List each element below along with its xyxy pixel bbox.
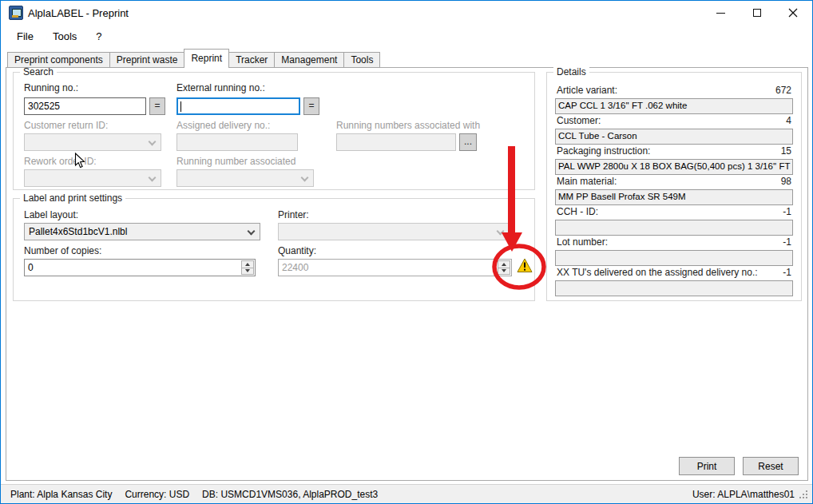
detail-label: Packaging instruction: [557, 145, 650, 159]
chevron-down-icon [497, 228, 505, 236]
detail-field [555, 220, 793, 236]
window-title: AlplaLABEL - Preprint [28, 7, 129, 19]
menu-file[interactable]: File [9, 27, 42, 46]
external-running-no-equals-button[interactable]: = [303, 97, 319, 115]
copies-spin-down-button[interactable] [241, 268, 254, 276]
printer-combobox [278, 223, 510, 240]
details-row-packaging-instruction: Packaging instruction:15 PAL WWP 2800u X… [555, 145, 793, 175]
detail-id: -1 [783, 236, 791, 250]
minimize-button[interactable] [703, 1, 739, 25]
details-row-lot-number: Lot number:-1 [555, 236, 793, 266]
details-row-article-variant: Article variant:672 CAP CCL 1 3/16'' FT … [555, 85, 793, 114]
number-of-copies-label: Number of copies: [24, 245, 101, 256]
chevron-down-icon [301, 174, 309, 182]
arrow-down-icon [245, 269, 250, 272]
tab-management[interactable]: Management [274, 52, 344, 68]
chevron-down-icon [149, 174, 157, 182]
running-numbers-browse-button[interactable]: ... [459, 133, 477, 151]
label-print-settings-title: Label and print settings [20, 192, 125, 204]
detail-field: CAP CCL 1 3/16'' FT .062 white [555, 98, 793, 114]
status-db: DB: USMCD1VMS036, AlplaPROD_test3 [202, 489, 378, 500]
detail-id: 98 [781, 176, 791, 189]
tab-preprint-waste[interactable]: Preprint waste [109, 52, 185, 68]
running-no-label: Running no.: [24, 82, 78, 93]
tab-strip: Preprint components Preprint waste Repri… [7, 49, 379, 68]
details-group: Details Article variant:672 CAP CCL 1 3/… [546, 72, 802, 301]
reset-button[interactable]: Reset [743, 457, 799, 475]
external-running-no-label: External running no.: [176, 82, 265, 93]
quantity-label: Quantity: [278, 245, 316, 256]
customer-return-id-combobox [24, 133, 161, 151]
detail-id: -1 [783, 267, 791, 280]
detail-id: -1 [783, 206, 791, 220]
tab-tools[interactable]: Tools [343, 52, 380, 68]
external-running-no-input[interactable] [176, 97, 300, 115]
status-bar: Plant: Alpla Kansas City Currency: USD D… [1, 484, 812, 503]
app-icon [9, 6, 23, 20]
running-numbers-associated-with-input [336, 133, 456, 151]
chevron-down-icon [149, 138, 157, 146]
menu-bar: File Tools ? [1, 25, 812, 47]
running-no-equals-button[interactable]: = [149, 97, 165, 115]
menu-help[interactable]: ? [88, 27, 109, 46]
search-group: Search Running no.: 302525 = External ru… [13, 72, 535, 190]
detail-label: XX TU's delivered on the assigned delive… [557, 267, 758, 280]
printer-label: Printer: [278, 209, 309, 220]
quantity-spin-down-button[interactable] [498, 268, 510, 276]
details-row-cch-id: CCH - ID:-1 [555, 206, 793, 236]
minimize-icon [716, 13, 725, 14]
running-number-associated-label: Running number associated [176, 156, 295, 167]
status-plant: Plant: Alpla Kansas City [10, 489, 112, 500]
customer-return-id-label: Customer return ID: [24, 120, 108, 131]
resize-grip[interactable] [799, 490, 807, 498]
assigned-delivery-no-input [176, 133, 298, 151]
detail-id: 672 [775, 85, 791, 98]
app-window: AlplaLABEL - Preprint File Tools ? Prepr… [0, 0, 813, 504]
arrow-up-icon [502, 263, 506, 266]
detail-label: Main material: [557, 176, 617, 189]
text-caret [180, 101, 181, 112]
tab-tracker[interactable]: Tracker [228, 52, 275, 68]
menu-tools[interactable]: Tools [45, 27, 85, 46]
quantity-stepper: 22400 [278, 259, 512, 276]
detail-label: Customer: [557, 115, 601, 129]
rework-order-id-label: Rework order ID: [24, 156, 97, 167]
maximize-icon [753, 9, 761, 17]
detail-field: PAL WWP 2800u X 18 BOX BAG(50,400 pcs) 1… [555, 159, 793, 175]
tab-reprint[interactable]: Reprint [184, 49, 229, 68]
title-bar: AlplaLABEL - Preprint [1, 1, 812, 25]
details-row-xx-tus-delivered: XX TU's delivered on the assigned delive… [555, 267, 793, 296]
running-numbers-associated-with-label: Running numbers associated with [336, 120, 480, 131]
warning-icon [517, 258, 533, 273]
details-row-customer: Customer:4 CCL Tube - Carson [555, 115, 793, 145]
detail-id: 15 [781, 145, 791, 159]
number-of-copies-value: 0 [28, 262, 34, 273]
running-no-input[interactable]: 302525 [24, 97, 146, 115]
running-number-associated-combobox [176, 169, 314, 187]
search-group-title: Search [20, 66, 57, 77]
label-layout-label: Label layout: [24, 209, 78, 220]
close-icon [788, 8, 798, 18]
maximize-button[interactable] [739, 1, 775, 25]
number-of-copies-stepper[interactable]: 0 [24, 259, 256, 276]
quantity-spinner [498, 260, 510, 275]
status-user: User: ALPLA\matthes01 [692, 489, 795, 500]
detail-field: MM PP Basell Profax SR 549M [555, 189, 793, 205]
detail-field [555, 250, 793, 266]
arrow-down-icon [502, 269, 506, 272]
quantity-value: 22400 [282, 262, 308, 273]
detail-field [555, 280, 793, 296]
label-print-settings-group: Label and print settings Label layout: P… [13, 198, 535, 301]
detail-field: CCL Tube - Carson [555, 129, 793, 145]
details-row-main-material: Main material:98 MM PP Basell Profax SR … [555, 176, 793, 205]
label-layout-combobox[interactable]: Pallet4x6Std1bcV1.nlbl [24, 223, 260, 240]
label-layout-value: Pallet4x6Std1bcV1.nlbl [29, 226, 127, 237]
detail-label: CCH - ID: [557, 206, 598, 220]
detail-id: 4 [786, 115, 791, 129]
tab-preprint-components[interactable]: Preprint components [7, 52, 110, 68]
detail-label: Lot number: [557, 236, 608, 250]
chevron-down-icon [248, 228, 256, 236]
status-currency: Currency: USD [125, 489, 189, 500]
close-button[interactable] [775, 1, 811, 25]
print-button[interactable]: Print [679, 457, 735, 475]
